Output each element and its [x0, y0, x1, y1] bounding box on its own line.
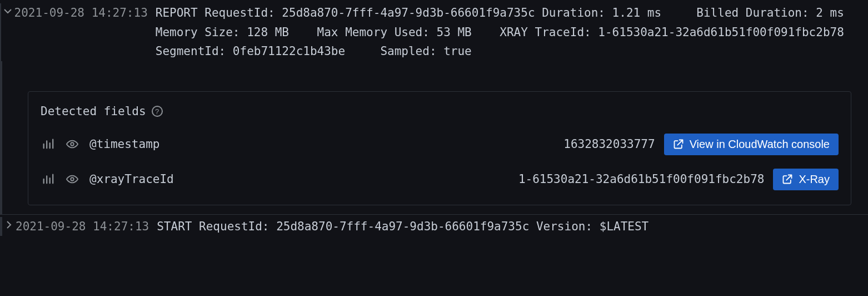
button-label: View in CloudWatch console: [690, 138, 830, 151]
stats-icon[interactable]: [41, 172, 55, 186]
expand-toggle[interactable]: [1, 3, 14, 16]
svg-point-0: [71, 142, 74, 146]
button-label: X-Ray: [799, 173, 830, 186]
detected-fields-panel: Detected fields ? @timestamp 16328320337…: [28, 91, 851, 205]
log-message: REPORT RequestId: 25d8a870-7fff-4a97-9d3…: [156, 3, 868, 61]
field-value: 1-61530a21-32a6d61b51f00f091fbc2b78: [518, 170, 765, 189]
log-message: START RequestId: 25d8a870-7fff-4a97-9d3b…: [157, 217, 868, 236]
log-timestamp: 2021-09-28 14:27:13: [16, 217, 157, 236]
log-row: 2021-09-28 14:27:13 REPORT RequestId: 25…: [0, 0, 868, 61]
log-timestamp: 2021-09-28 14:27:13: [14, 3, 156, 23]
field-value: 1632832033777: [563, 135, 655, 154]
help-icon[interactable]: ?: [152, 106, 163, 117]
expand-toggle[interactable]: [2, 217, 16, 229]
stats-icon[interactable]: [41, 137, 55, 151]
external-link-icon: [782, 174, 793, 185]
field-name: @timestamp: [89, 135, 159, 154]
detected-field-row: @timestamp 1632832033777 View in CloudWa…: [41, 129, 839, 160]
eye-icon[interactable]: [65, 137, 79, 151]
field-name: @xrayTraceId: [89, 170, 174, 189]
detected-field-row: @xrayTraceId 1-61530a21-32a6d61b51f00f09…: [41, 164, 839, 195]
chevron-right-icon: [4, 220, 13, 229]
eye-icon[interactable]: [65, 172, 79, 186]
chevron-down-icon: [3, 7, 12, 16]
svg-point-1: [71, 177, 74, 181]
view-xray-button[interactable]: X-Ray: [773, 169, 839, 190]
log-row: 2021-09-28 14:27:13 START RequestId: 25d…: [0, 214, 868, 236]
view-cloudwatch-button[interactable]: View in CloudWatch console: [664, 134, 839, 155]
external-link-icon: [673, 139, 684, 150]
detected-fields-title: Detected fields: [41, 102, 146, 121]
detected-fields-title-row: Detected fields ?: [41, 102, 839, 121]
